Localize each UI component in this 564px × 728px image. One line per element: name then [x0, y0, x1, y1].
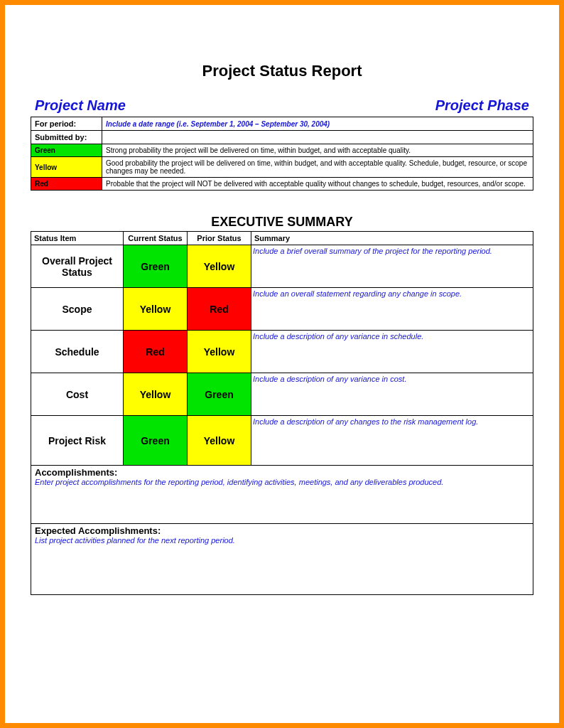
current-schedule: Red — [124, 331, 188, 373]
item-risk: Project Risk — [31, 416, 124, 466]
exec-row-scope: Scope Yellow Red Include an overall stat… — [31, 288, 533, 331]
col-current-status: Current Status — [124, 232, 188, 245]
col-summary: Summary — [251, 232, 533, 245]
current-cost: Yellow — [124, 373, 188, 416]
project-name-heading: Project Name — [35, 97, 126, 114]
exec-row-cost: Cost Yellow Green Include a description … — [31, 373, 533, 416]
prior-schedule: Yellow — [188, 331, 251, 373]
expected-row: Expected Accomplishments: List project a… — [31, 524, 533, 595]
summary-schedule: Include a description of any variance in… — [251, 331, 533, 373]
legend-row-yellow: Yellow Good probability the project will… — [31, 157, 533, 178]
document-title: Project Status Report — [31, 62, 533, 80]
for-period-row: For period: Include a date range (i.e. S… — [31, 117, 533, 131]
accomplishments-heading: Accomplishments: — [35, 467, 529, 478]
exec-header-row: Status Item Current Status Prior Status … — [31, 232, 533, 245]
item-schedule: Schedule — [31, 331, 124, 373]
prior-scope: Red — [188, 288, 251, 331]
legend-row-green: Green Strong probability the project wil… — [31, 144, 533, 157]
legend-swatch-yellow: Yellow — [31, 157, 102, 178]
summary-overall: Include a brief overall summary of the p… — [251, 245, 533, 288]
exec-row-risk: Project Risk Green Yellow Include a desc… — [31, 416, 533, 466]
accomplishments-cell: Accomplishments: Enter project accomplis… — [31, 466, 533, 524]
current-overall: Green — [124, 245, 188, 288]
item-cost: Cost — [31, 373, 124, 416]
executive-summary-table: Status Item Current Status Prior Status … — [31, 231, 533, 595]
accomplishments-row: Accomplishments: Enter project accomplis… — [31, 466, 533, 524]
for-period-value: Include a date range (i.e. September 1, … — [102, 117, 533, 131]
exec-row-schedule: Schedule Red Yellow Include a descriptio… — [31, 331, 533, 373]
legend-desc-red: Probable that the project will NOT be de… — [102, 178, 533, 191]
summary-risk: Include a description of any changes to … — [251, 416, 533, 466]
header-row: Project Name Project Phase — [31, 97, 533, 117]
summary-scope: Include an overall statement regarding a… — [251, 288, 533, 331]
submitted-by-row: Submitted by: — [31, 131, 533, 144]
exec-row-overall: Overall Project Status Green Yellow Incl… — [31, 245, 533, 288]
document-frame: Project Status Report Project Name Proje… — [0, 0, 564, 728]
legend-row-red: Red Probable that the project will NOT b… — [31, 178, 533, 191]
item-overall: Overall Project Status — [31, 245, 124, 288]
project-phase-heading: Project Phase — [435, 97, 529, 114]
current-scope: Yellow — [124, 288, 188, 331]
legend-swatch-red: Red — [31, 178, 102, 191]
executive-summary-title: EXECUTIVE SUMMARY — [31, 215, 533, 230]
accomplishments-instr: Enter project accomplishments for the re… — [35, 478, 529, 486]
expected-instr: List project activities planned for the … — [35, 536, 529, 545]
prior-overall: Yellow — [188, 245, 251, 288]
submitted-by-value — [102, 131, 533, 144]
legend-desc-green: Strong probability the project will be d… — [102, 144, 533, 157]
for-period-label: For period: — [31, 117, 102, 131]
meta-table: For period: Include a date range (i.e. S… — [31, 117, 533, 191]
current-risk: Green — [124, 416, 188, 466]
submitted-by-label: Submitted by: — [31, 131, 102, 144]
prior-risk: Yellow — [188, 416, 251, 466]
legend-desc-yellow: Good probability the project will be del… — [102, 157, 533, 178]
expected-heading: Expected Accomplishments: — [35, 525, 529, 536]
legend-swatch-green: Green — [31, 144, 102, 157]
prior-cost: Green — [188, 373, 251, 416]
col-prior-status: Prior Status — [188, 232, 251, 245]
expected-cell: Expected Accomplishments: List project a… — [31, 524, 533, 595]
item-scope: Scope — [31, 288, 124, 331]
col-status-item: Status Item — [31, 232, 124, 245]
summary-cost: Include a description of any variance in… — [251, 373, 533, 416]
